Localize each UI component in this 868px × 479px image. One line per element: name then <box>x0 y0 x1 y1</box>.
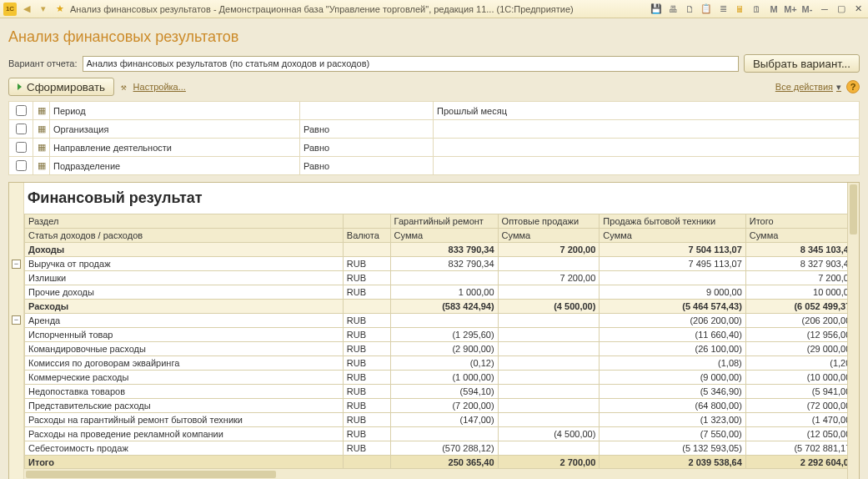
m-minus-button[interactable]: M- <box>800 4 815 14</box>
param-name: Период <box>50 102 300 120</box>
help-icon[interactable]: ? <box>846 80 860 93</box>
back-icon[interactable]: ◀ <box>20 3 33 16</box>
params-row: ▦ОрганизацияРавно <box>9 120 860 139</box>
clipboard-icon[interactable]: 📋 <box>700 3 713 16</box>
param-cond[interactable]: Равно <box>300 157 434 175</box>
horizontal-scrollbar[interactable] <box>24 468 847 479</box>
row-value: (4 500,00) <box>498 427 600 441</box>
row-name: Расходы на проведение рекламной компании <box>25 427 344 441</box>
params-row: ▦ПериодПрошлый месяц <box>9 102 860 120</box>
calendar-icon[interactable]: 🗓 <box>750 3 763 16</box>
page-title: Анализ финансовых результатов <box>8 28 860 46</box>
param-checkbox[interactable] <box>9 102 33 120</box>
row-name: Излишки <box>25 271 344 285</box>
close-icon[interactable]: ✕ <box>851 3 865 16</box>
maximize-icon[interactable]: ▢ <box>835 3 848 16</box>
row-value <box>390 271 498 285</box>
row-value: (0,12) <box>390 356 498 371</box>
app-logo-icon: 1С <box>3 3 17 16</box>
minimize-icon[interactable]: ─ <box>818 3 831 16</box>
row-value: (1 000,00) <box>390 371 498 385</box>
row-value <box>600 271 745 285</box>
row-value: 2 292 604,04 <box>745 456 857 470</box>
row-value: (4 500,00) <box>498 300 600 314</box>
header-col1: Оптовые продажи <box>498 214 600 229</box>
preview-icon[interactable]: 🗋 <box>683 3 696 16</box>
row-value: 2 039 538,64 <box>600 456 745 470</box>
row-value <box>498 441 600 456</box>
row-currency <box>343 300 390 314</box>
param-value[interactable] <box>434 139 860 157</box>
calc-icon[interactable]: 🖩 <box>733 3 746 16</box>
row-value: 9 000,00 <box>600 285 745 300</box>
dropdown-icon[interactable]: ▾ <box>37 3 50 16</box>
params-table: ▦ПериодПрошлый месяц▦ОрганизацияРавно▦На… <box>8 101 860 175</box>
param-cond[interactable]: Равно <box>300 120 434 139</box>
table-row: ИзлишкиRUB7 200,007 200,00 <box>25 271 858 285</box>
row-currency: RUB <box>343 314 390 328</box>
report-container: − − Финансовый результат Раздел Гарантий… <box>8 182 860 479</box>
row-name: Комиссия по договорам эквайринга <box>25 356 344 371</box>
row-name: Представительские расходы <box>25 399 344 413</box>
row-value: (10 000,00) <box>745 371 857 385</box>
table-row: Итого250 365,402 700,002 039 538,642 292… <box>25 456 858 470</box>
param-value[interactable]: Прошлый месяц <box>434 102 860 120</box>
table-row: Выручка от продажRUB832 790,347 495 113,… <box>25 257 858 271</box>
report-table: Раздел Гарантийный ремонт Оптовые продаж… <box>24 214 858 470</box>
param-cond[interactable] <box>300 102 434 120</box>
row-name: Выручка от продаж <box>25 257 344 271</box>
settings-icon[interactable]: ⚒ <box>121 82 127 93</box>
vertical-scrollbar[interactable] <box>847 183 859 479</box>
collapse-toggle[interactable]: − <box>12 260 21 269</box>
param-value[interactable] <box>434 157 860 175</box>
header-col2: Продажа бытовой техники <box>600 214 745 229</box>
row-value <box>498 285 600 300</box>
m-button[interactable]: M <box>766 4 781 14</box>
row-value: 7 200,00 <box>498 243 600 257</box>
row-value: 7 495 113,07 <box>600 257 745 271</box>
param-value[interactable] <box>434 120 860 139</box>
row-currency: RUB <box>343 399 390 413</box>
row-currency: RUB <box>343 385 390 399</box>
row-value: (5 346,90) <box>600 385 745 399</box>
form-button[interactable]: Сформировать <box>8 78 114 96</box>
param-checkbox[interactable] <box>9 120 33 139</box>
play-icon <box>18 83 22 90</box>
row-value: (1,20) <box>745 356 857 371</box>
all-actions-link[interactable]: Все действия <box>775 82 841 93</box>
settings-link[interactable]: Настройка... <box>133 82 186 92</box>
row-value <box>498 314 600 328</box>
row-value: (1 323,00) <box>600 413 745 427</box>
row-value: (1 295,60) <box>390 328 498 342</box>
row-value: 250 365,40 <box>390 456 498 470</box>
row-value <box>498 413 600 427</box>
row-value: 1 000,00 <box>390 285 498 300</box>
table-row: Недопоставка товаровRUB(594,10)(5 346,90… <box>25 385 858 399</box>
favorite-icon[interactable]: ★ <box>53 3 67 16</box>
param-checkbox[interactable] <box>9 139 33 157</box>
row-value: (206 200,00) <box>745 314 857 328</box>
param-checkbox[interactable] <box>9 157 33 175</box>
param-cond[interactable]: Равно <box>300 139 434 157</box>
header-section: Раздел <box>25 214 344 229</box>
titlebar: 1С ◀ ▾ ★ Анализ финансовых результатов -… <box>0 0 868 18</box>
row-value: (594,10) <box>390 385 498 399</box>
row-value <box>498 257 600 271</box>
row-currency <box>343 456 390 470</box>
row-name: Расходы на гарантийный ремонт бытовой те… <box>25 413 344 427</box>
collapse-toggle[interactable]: − <box>12 315 21 325</box>
save-icon[interactable]: 💾 <box>650 3 663 16</box>
row-currency: RUB <box>343 371 390 385</box>
row-value: (7 550,00) <box>600 427 745 441</box>
row-currency: RUB <box>343 285 390 300</box>
row-value: (5 464 574,43) <box>600 300 745 314</box>
print-icon[interactable]: 🖶 <box>666 3 680 16</box>
row-name: Доходы <box>25 243 344 257</box>
row-value: (11 660,40) <box>600 328 745 342</box>
compare-icon[interactable]: ≣ <box>716 3 730 16</box>
variant-input[interactable] <box>83 56 739 72</box>
choose-variant-button[interactable]: Выбрать вариант... <box>744 54 860 73</box>
row-value: (1 470,00) <box>745 413 857 427</box>
window-title: Анализ финансовых результатов - Демонстр… <box>70 4 574 14</box>
m-plus-button[interactable]: M+ <box>783 4 798 14</box>
